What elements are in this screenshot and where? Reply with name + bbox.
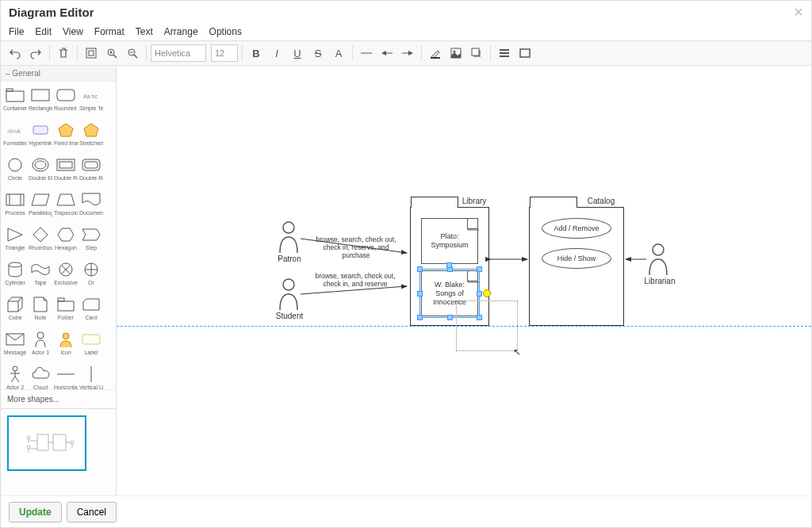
- shape-folder[interactable]: Folder: [53, 294, 79, 329]
- connection-point[interactable]: [446, 262, 452, 268]
- delete-button[interactable]: [54, 44, 73, 63]
- shape-rhombus[interactable]: Rhombus: [28, 224, 53, 259]
- resize-handle-e[interactable]: [477, 291, 482, 297]
- palette-section-general[interactable]: General: [1, 66, 116, 82]
- fullscreen-button[interactable]: [515, 44, 534, 63]
- more-shapes-link[interactable]: More shapes...: [1, 389, 116, 408]
- shape-actor1[interactable]: Actor 1: [28, 329, 53, 364]
- usecase-hide-show[interactable]: Hide / Show: [542, 248, 611, 269]
- underline-button[interactable]: U: [288, 44, 307, 63]
- fill-color-button[interactable]: [446, 44, 465, 63]
- shape-container[interactable]: Container: [2, 85, 28, 120]
- menu-options[interactable]: Options: [209, 26, 242, 37]
- resize-handle-ne[interactable]: [477, 266, 482, 272]
- bold-button[interactable]: B: [247, 44, 266, 63]
- strike-button[interactable]: S: [308, 44, 327, 63]
- page-plato[interactable]: Plato: Symposium: [421, 218, 478, 264]
- actor-librarian[interactable]: [648, 243, 668, 277]
- menu-edit[interactable]: Edit: [35, 26, 52, 37]
- arrow-end-button[interactable]: [398, 44, 417, 63]
- font-color-button[interactable]: A: [329, 44, 348, 63]
- italic-button[interactable]: I: [267, 44, 286, 63]
- undo-button[interactable]: [6, 44, 25, 63]
- arrow-start-button[interactable]: [377, 44, 396, 63]
- shape-hyperlink[interactable]: Hyperlink: [28, 120, 53, 155]
- container-library-label: Library: [460, 197, 488, 205]
- resize-handle-s[interactable]: [447, 315, 453, 320]
- shape-simple-text[interactable]: Aa bcSimple Te: [79, 85, 104, 120]
- shape-double-ell[interactable]: Double Ell: [28, 155, 53, 189]
- shape-trapezoid[interactable]: Trapezoid: [53, 189, 79, 224]
- font-family-input[interactable]: [151, 44, 206, 62]
- svg-rect-14: [431, 57, 440, 59]
- zoom-fit-button[interactable]: [82, 44, 101, 63]
- shape-rounded[interactable]: Rounded R: [53, 85, 79, 120]
- connector-button[interactable]: [357, 44, 376, 63]
- cancel-button[interactable]: Cancel: [67, 502, 117, 522]
- svg-rect-24: [6, 89, 13, 91]
- shape-hexagon[interactable]: Hexagon: [53, 224, 79, 259]
- shape-double-re[interactable]: Double Re: [53, 155, 79, 189]
- close-icon[interactable]: ×: [794, 3, 803, 21]
- svg-line-55: [18, 297, 22, 301]
- update-button[interactable]: Update: [9, 502, 62, 522]
- shape-vertical[interactable]: Vertical Li: [79, 364, 104, 389]
- svg-marker-42: [8, 228, 22, 241]
- rotate-handle[interactable]: [483, 289, 491, 297]
- shape-fixed-img[interactable]: Fixed Ima: [53, 120, 79, 155]
- canvas-area[interactable]: Library Catalog Plato: Symposium W. Blak…: [117, 66, 811, 495]
- shape-icon[interactable]: Icon: [53, 329, 79, 364]
- shape-process[interactable]: Process: [2, 189, 28, 224]
- outline-page-1[interactable]: [7, 415, 86, 471]
- shape-or[interactable]: Or: [79, 259, 104, 294]
- actor-student[interactable]: [278, 278, 299, 312]
- svg-point-46: [9, 262, 21, 267]
- svg-point-62: [37, 332, 44, 339]
- shape-card[interactable]: Card: [79, 294, 104, 329]
- shape-step[interactable]: Step: [79, 224, 104, 259]
- shape-label[interactable]: Label: [79, 329, 104, 364]
- shape-cube[interactable]: Cube: [2, 294, 28, 329]
- svg-point-85: [283, 279, 294, 290]
- redo-button[interactable]: [26, 44, 45, 63]
- menu-arrange[interactable]: Arrange: [164, 26, 198, 37]
- menu-view[interactable]: View: [63, 26, 83, 37]
- shape-document[interactable]: Document: [79, 189, 104, 224]
- usecase-hide-show-text: Hide / Show: [557, 254, 596, 262]
- shape-note[interactable]: Note: [28, 294, 53, 329]
- zoom-out-button[interactable]: [123, 44, 142, 63]
- align-button[interactable]: [495, 44, 514, 63]
- resize-handle-nw[interactable]: [417, 266, 423, 272]
- shape-horizontal[interactable]: Horizontal: [53, 364, 79, 389]
- footer: Update Cancel: [1, 495, 811, 527]
- svg-marker-60: [83, 299, 99, 310]
- shape-tape[interactable]: Tape: [28, 259, 53, 294]
- svg-marker-44: [58, 228, 74, 241]
- line-color-button[interactable]: [426, 44, 445, 63]
- shape-exclusive[interactable]: Exclusive: [53, 259, 79, 294]
- shape-parallelogram[interactable]: Parallelog: [28, 189, 53, 224]
- shape-cylinder[interactable]: Cylinder: [2, 259, 28, 294]
- menu-text[interactable]: Text: [136, 26, 153, 37]
- font-size-input[interactable]: [211, 44, 238, 62]
- svg-point-32: [35, 161, 46, 169]
- shape-rectangle[interactable]: Rectangle: [28, 85, 53, 120]
- shape-cloud[interactable]: Cloud: [28, 364, 53, 389]
- shape-formatted[interactable]: <b>AFormatted: [2, 120, 28, 155]
- actor-patron[interactable]: [278, 221, 299, 254]
- shape-triangle[interactable]: Triangle: [2, 224, 28, 259]
- resize-handle-w[interactable]: [417, 291, 423, 297]
- shape-circle[interactable]: Circle: [2, 155, 28, 189]
- usecase-add-remove[interactable]: Add / Remove: [542, 218, 611, 239]
- menu-format[interactable]: Format: [94, 26, 124, 37]
- shadow-button[interactable]: [467, 44, 486, 63]
- svg-text:Aa bc: Aa bc: [83, 94, 98, 99]
- menu-file[interactable]: File: [9, 26, 24, 37]
- shape-actor2[interactable]: Actor 2: [2, 364, 28, 389]
- resize-handle-sw[interactable]: [417, 315, 423, 320]
- outline-panel: [1, 408, 116, 495]
- shape-double-ro[interactable]: Double Ro: [79, 155, 104, 189]
- shape-stretched[interactable]: Stretched: [79, 120, 104, 155]
- zoom-in-button[interactable]: [102, 44, 121, 63]
- shape-message[interactable]: Message: [2, 329, 28, 364]
